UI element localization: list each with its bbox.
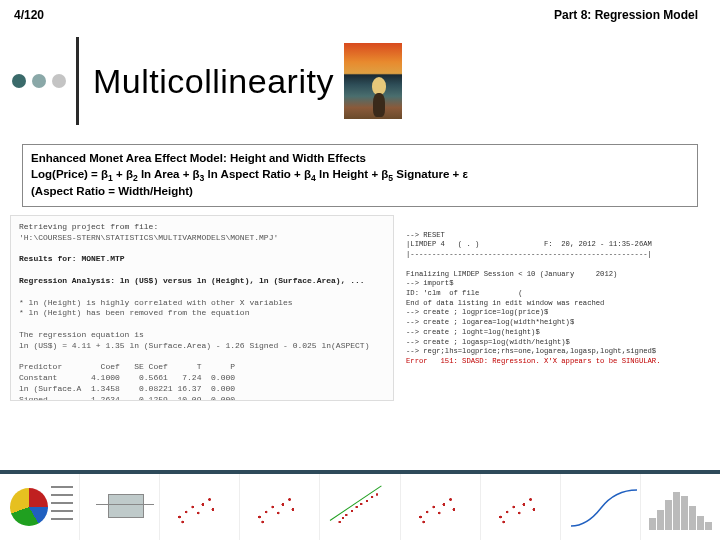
dot-icon (12, 74, 26, 88)
bullet-dots (12, 74, 66, 88)
thumb-scatter (160, 474, 240, 540)
part-title: Part 8: Regression Model (554, 8, 698, 22)
thumb-scatter (481, 474, 561, 540)
minitab-output-panel: Retrieving project from file: 'H:\COURSE… (10, 215, 394, 401)
thumb-ogive (561, 474, 641, 540)
thumb-regression (320, 474, 400, 540)
thumb-histogram (641, 474, 720, 540)
slide-title: Multicollinearity (93, 62, 334, 101)
model-description-box: Enhanced Monet Area Effect Model: Height… (22, 144, 698, 207)
thumb-pie-chart (0, 474, 80, 540)
vertical-bar-icon (76, 37, 79, 125)
thumb-scatter (401, 474, 481, 540)
thumb-boxplot (80, 474, 160, 540)
thumb-scatter (240, 474, 320, 540)
dot-icon (32, 74, 46, 88)
scream-painting-thumbnail (344, 43, 402, 119)
thumbnail-strip (0, 470, 720, 540)
dot-icon (52, 74, 66, 88)
model-line1: Enhanced Monet Area Effect Model: Height… (31, 152, 366, 164)
page-number: 4/120 (14, 8, 44, 22)
model-line3: (Aspect Ratio = Width/Height) (31, 185, 193, 197)
limdep-output-panel: --> RESET |LIMDEP 4 ( . ) F: 20, 2012 - … (400, 215, 710, 401)
model-equation: Log(Price) = β1 + β2 ln Area + β3 ln Asp… (31, 167, 689, 185)
title-row: Multicollinearity (12, 36, 720, 126)
